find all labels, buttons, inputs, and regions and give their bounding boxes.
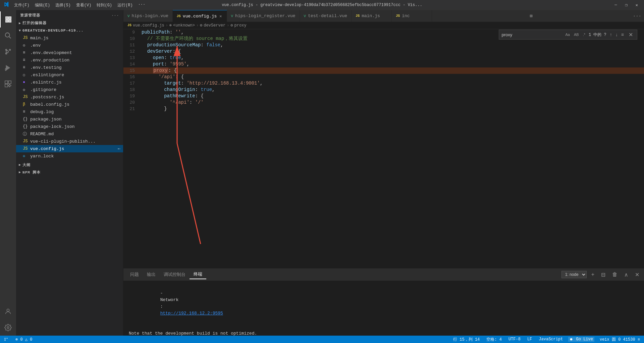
- terminal-maximize-button[interactable]: ∧: [622, 271, 630, 279]
- file-eslintrc[interactable]: ● .eslintrc.js: [16, 79, 123, 86]
- activity-git[interactable]: [0, 44, 16, 60]
- project-folder[interactable]: ▼ GREATVIEW-DEVELOP-419...: [16, 27, 123, 34]
- status-encoding[interactable]: UTF-8: [507, 337, 522, 342]
- code-line-18: 18 changOrigin: true,: [123, 87, 644, 93]
- tab-debug-console[interactable]: 调试控制台: [160, 270, 190, 279]
- title-bar-controls[interactable]: ─ ❐ ✕: [612, 2, 641, 8]
- breadcrumb: JS vue.config.js › ⊕ <unknown> › ⚙ devSe…: [123, 22, 644, 29]
- breadcrumb-key-icon: ⚙: [230, 23, 233, 28]
- activity-settings[interactable]: [0, 320, 16, 336]
- title-bar-left: 文件(F) 编辑(E) 选择(S) 查看(V) 转到(G) 运行(R) ···: [3, 1, 147, 9]
- menu-select[interactable]: 选择(S): [53, 2, 73, 9]
- svg-point-14: [7, 309, 9, 311]
- tab-close-button[interactable]: ✕: [219, 13, 222, 19]
- env-file-icon3: ≡: [23, 65, 28, 70]
- open-editors-section[interactable]: ▶ 打开的编辑器: [16, 19, 123, 27]
- match-whole-word-button[interactable]: AB: [573, 32, 580, 37]
- file-env-testing[interactable]: ≡ .env.testing: [16, 64, 123, 71]
- status-line-ending[interactable]: LF: [526, 337, 533, 342]
- file-main-js[interactable]: JS main.js: [16, 34, 123, 42]
- sidebar-more[interactable]: ···: [111, 13, 119, 17]
- file-env-development[interactable]: ≡ .env.development: [16, 49, 123, 56]
- activity-account[interactable]: [0, 303, 16, 320]
- maximize-button[interactable]: ❐: [623, 2, 630, 8]
- file-babel[interactable]: β babel.config.js: [16, 101, 123, 108]
- file-vue-cli-plugin[interactable]: JS vue-cli-plugin-publish...: [16, 138, 123, 145]
- use-regex-button[interactable]: .*: [582, 32, 587, 37]
- file-readme[interactable]: ⓘ README.md: [16, 130, 123, 138]
- terminal-close-button[interactable]: ✕: [633, 271, 641, 279]
- menu-file[interactable]: 文件(F): [12, 2, 32, 9]
- status-spaces[interactable]: 空格: 4: [485, 337, 503, 342]
- tab-inc[interactable]: JS inc: [392, 10, 432, 22]
- status-git-branch[interactable]: [3, 337, 10, 342]
- search-input[interactable]: [502, 32, 562, 37]
- tab-output[interactable]: 输出: [143, 270, 160, 279]
- menu-more[interactable]: ···: [136, 2, 148, 9]
- outline-section[interactable]: ▶ 大纲: [16, 161, 123, 168]
- tab-terminal[interactable]: 终端: [190, 270, 206, 279]
- search-bar[interactable]: Aa AB .* 1 中的 ? ↑ ↓ ≡ ✕: [499, 30, 637, 40]
- tab-test-detail[interactable]: V test-detail.vue: [300, 10, 352, 22]
- tab-more-button[interactable]: ⊞: [527, 13, 535, 19]
- code-line-17: 17 target: 'http://192.168.13.4:9001',: [123, 80, 644, 87]
- editor-layout-button[interactable]: ···: [630, 13, 644, 19]
- search-close-button[interactable]: ✕: [627, 32, 634, 38]
- menu-view[interactable]: 查看(V): [74, 2, 94, 9]
- search-prev-button[interactable]: ↑: [608, 31, 613, 38]
- status-language[interactable]: JavaScript: [537, 337, 564, 342]
- file-yarn-lock[interactable]: ⊕ yarn.lock: [16, 152, 123, 160]
- terminal-line-empty: [129, 324, 639, 330]
- env-file-icon: ≡: [23, 50, 28, 55]
- status-errors[interactable]: ⊗ 0 △ 0: [14, 337, 34, 342]
- menu-edit[interactable]: 编辑(E): [33, 2, 52, 9]
- title-bar-menu[interactable]: 文件(F) 编辑(E) 选择(S) 查看(V) 转到(G) 运行(R) ···: [12, 2, 147, 9]
- breadcrumb-unknown[interactable]: <unknown>: [173, 23, 195, 28]
- chevron-right-outline-icon: ▶: [19, 163, 21, 167]
- network-url-link[interactable]: http://192.168.12.2:9595: [160, 311, 223, 316]
- activity-run[interactable]: [0, 60, 16, 76]
- breadcrumb-proxy[interactable]: proxy: [234, 23, 247, 28]
- terminal-instance-select[interactable]: 1: node: [561, 271, 587, 278]
- tab-main-js[interactable]: JS main.js: [352, 10, 392, 22]
- menu-run[interactable]: 运行(R): [115, 2, 135, 9]
- search-next-button[interactable]: ↓: [614, 31, 619, 38]
- terminal-new-button[interactable]: +: [589, 271, 596, 278]
- terminal-split-button[interactable]: ⊟: [599, 271, 607, 279]
- search-navigation[interactable]: ↑ ↓ ≡: [608, 31, 625, 38]
- activity-search[interactable]: [0, 28, 16, 44]
- tab-vue-config[interactable]: JS vue.config.js ✕: [173, 10, 227, 22]
- match-case-button[interactable]: Aa: [564, 32, 571, 37]
- status-go-live[interactable]: Go Live: [568, 337, 594, 342]
- file-eslintignore[interactable]: ◎ .eslintignore: [16, 71, 123, 79]
- vue-tab-icon3: V: [304, 14, 306, 18]
- file-postcssrc[interactable]: JS .postcssrc.js: [16, 93, 123, 101]
- status-left: ⊗ 0 △ 0: [3, 337, 34, 342]
- search-collapse-button[interactable]: ≡: [620, 31, 625, 38]
- file-env[interactable]: ⚙ .env: [16, 42, 123, 49]
- md-file-icon: ⓘ: [23, 131, 28, 137]
- tab-hips-login[interactable]: V hips-login.vue: [123, 10, 173, 22]
- breadcrumb-file[interactable]: vue.config.js: [133, 23, 164, 28]
- menu-goto[interactable]: 转到(G): [95, 2, 114, 9]
- status-position[interactable]: 行 15，列 14: [452, 337, 481, 342]
- npm-scripts-section[interactable]: ▶ NPM 脚本: [16, 168, 123, 176]
- file-gitignore[interactable]: ◇ .gitignore: [16, 86, 123, 93]
- code-line-16: 16 '/api': {: [123, 74, 644, 80]
- file-package-lock-json[interactable]: {} package-lock.json: [16, 123, 123, 130]
- tab-hips-login-register[interactable]: V hips-login_register.vue: [227, 10, 300, 22]
- file-vue-config[interactable]: JS vue.config.js ←: [16, 145, 123, 152]
- code-editor[interactable]: 9 publicPath: '', 10 // 不需要生产环境的 source …: [123, 29, 644, 268]
- tab-problems[interactable]: 问题: [126, 270, 143, 279]
- file-env-production[interactable]: ≡ .env.production: [16, 56, 123, 64]
- file-debug-log[interactable]: ≡ debug.log: [16, 108, 123, 115]
- minimize-button[interactable]: ─: [612, 2, 620, 8]
- activity-explorer[interactable]: [0, 11, 16, 28]
- breadcrumb-devserver[interactable]: devServer: [204, 23, 225, 28]
- js-vue-config-icon: JS: [23, 146, 28, 151]
- code-line-20: 20 '^/api': '/': [123, 99, 644, 106]
- terminal-delete-button[interactable]: 🗑: [610, 271, 620, 278]
- activity-extensions[interactable]: [0, 76, 16, 92]
- file-package-json[interactable]: {} package.json: [16, 115, 123, 123]
- close-button[interactable]: ✕: [633, 2, 641, 8]
